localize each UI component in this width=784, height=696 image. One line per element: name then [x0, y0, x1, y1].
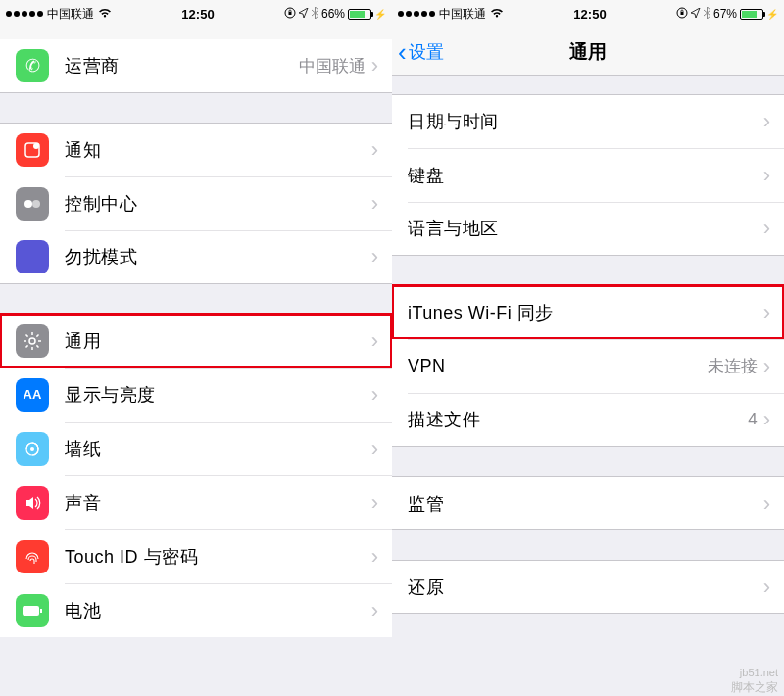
chevron-right-icon: ›	[763, 300, 784, 325]
chevron-right-icon: ›	[371, 328, 392, 354]
row-label: VPN	[408, 356, 708, 376]
carrier-label: 中国联通	[47, 6, 94, 23]
signal-dots-icon	[398, 11, 435, 17]
row-vpn[interactable]: VPN 未连接 ›	[392, 339, 784, 393]
battery-row-icon	[16, 594, 49, 627]
svg-line-11	[26, 335, 28, 337]
svg-point-3	[33, 143, 39, 149]
row-label: 通知	[65, 138, 371, 162]
row-label: 通用	[65, 329, 371, 353]
chevron-right-icon: ›	[371, 244, 392, 270]
location-icon	[691, 7, 701, 21]
back-label: 设置	[409, 40, 444, 64]
row-battery[interactable]: 电池 ›	[0, 583, 392, 637]
row-label: Touch ID 与密码	[65, 545, 371, 569]
fingerprint-icon	[16, 540, 49, 573]
battery-icon	[348, 9, 371, 20]
svg-point-4	[24, 200, 32, 208]
orientation-lock-icon	[284, 7, 296, 22]
chevron-right-icon: ›	[371, 382, 392, 408]
row-wallpaper[interactable]: 墙纸 ›	[0, 422, 392, 475]
general-screen: 中国联通 12:50 67% ⚡ ‹ 设置 通用 日期与时间	[392, 0, 784, 696]
charging-icon: ⚡	[766, 9, 778, 20]
row-label: 显示与亮度	[65, 383, 371, 407]
chevron-right-icon: ›	[371, 436, 392, 462]
row-value: 中国联通	[299, 55, 366, 77]
svg-rect-20	[680, 12, 683, 15]
chevron-right-icon: ›	[763, 109, 784, 134]
chevron-right-icon: ›	[763, 491, 784, 517]
svg-rect-17	[23, 606, 39, 616]
control-center-icon	[16, 187, 49, 221]
row-reset[interactable]: 还原 ›	[392, 560, 784, 614]
chevron-right-icon: ›	[763, 574, 784, 600]
wifi-icon	[490, 7, 504, 21]
svg-rect-18	[40, 609, 42, 613]
bluetooth-icon	[312, 7, 318, 22]
chevron-right-icon: ›	[371, 490, 392, 516]
row-label: 描述文件	[408, 408, 748, 431]
sound-icon	[16, 486, 49, 520]
bluetooth-icon	[704, 7, 710, 22]
svg-point-16	[30, 447, 34, 451]
row-language-region[interactable]: 语言与地区 ›	[392, 202, 784, 256]
page-title: 通用	[392, 39, 784, 65]
row-touch-id[interactable]: Touch ID 与密码 ›	[0, 529, 392, 583]
clock: 12:50	[112, 7, 284, 22]
row-itunes-wifi-sync[interactable]: iTunes Wi-Fi 同步 ›	[392, 285, 784, 339]
row-general[interactable]: 通用 ›	[0, 314, 392, 368]
row-label: iTunes Wi-Fi 同步	[408, 301, 763, 324]
row-carrier[interactable]: ✆ 运营商 中国联通 ›	[0, 39, 392, 93]
row-notifications[interactable]: 通知 ›	[0, 123, 392, 176]
chevron-right-icon: ›	[763, 354, 784, 379]
chevron-right-icon: ›	[763, 407, 784, 432]
location-icon	[299, 7, 309, 21]
wallpaper-icon	[16, 432, 49, 466]
row-label: 墙纸	[65, 437, 371, 461]
chevron-left-icon: ‹	[398, 39, 407, 65]
row-label: 声音	[65, 491, 371, 515]
chevron-right-icon: ›	[371, 53, 392, 78]
charging-icon: ⚡	[374, 9, 386, 20]
gear-icon	[16, 324, 49, 358]
svg-rect-1	[288, 12, 291, 15]
row-date-time[interactable]: 日期与时间 ›	[392, 94, 784, 148]
nav-bar: ‹ 设置 通用	[392, 27, 784, 76]
row-label: 语言与地区	[408, 217, 763, 240]
row-display-brightness[interactable]: AA 显示与亮度 ›	[0, 368, 392, 422]
row-sounds[interactable]: 声音 ›	[0, 475, 392, 529]
carrier-label: 中国联通	[439, 6, 486, 23]
signal-dots-icon	[6, 11, 43, 17]
row-label: 还原	[408, 575, 763, 599]
back-button[interactable]: ‹ 设置	[392, 39, 444, 65]
row-label: 键盘	[408, 164, 763, 187]
svg-line-12	[36, 345, 38, 347]
row-profiles[interactable]: 描述文件 4 ›	[392, 393, 784, 447]
orientation-lock-icon	[676, 7, 688, 22]
wifi-icon	[98, 7, 112, 21]
chevron-right-icon: ›	[763, 163, 784, 188]
chevron-right-icon: ›	[371, 191, 392, 217]
chevron-right-icon: ›	[371, 137, 392, 163]
chevron-right-icon: ›	[763, 216, 784, 241]
battery-percent: 66%	[321, 7, 345, 21]
row-label: 日期与时间	[408, 110, 763, 133]
row-value: 4	[748, 410, 757, 429]
row-label: 控制中心	[65, 192, 371, 216]
row-keyboard[interactable]: 键盘 ›	[392, 148, 784, 202]
phone-icon: ✆	[16, 49, 49, 82]
row-label: 运营商	[65, 54, 299, 77]
notifications-icon	[16, 133, 49, 167]
svg-point-5	[32, 200, 40, 208]
status-bar: 中国联通 12:50 66% ⚡	[0, 0, 392, 27]
chevron-right-icon: ›	[371, 544, 392, 570]
svg-line-14	[36, 335, 38, 337]
row-label: 电池	[65, 599, 371, 622]
settings-screen: 中国联通 12:50 66% ⚡ 设置 ✆ 运营商	[0, 0, 392, 696]
svg-line-13	[26, 345, 28, 347]
row-label: 监管	[408, 492, 763, 516]
row-control-center[interactable]: 控制中心 ›	[0, 176, 392, 230]
row-do-not-disturb[interactable]: 勿扰模式 ›	[0, 230, 392, 284]
row-supervision[interactable]: 监管 ›	[392, 476, 784, 530]
svg-point-6	[29, 338, 35, 344]
